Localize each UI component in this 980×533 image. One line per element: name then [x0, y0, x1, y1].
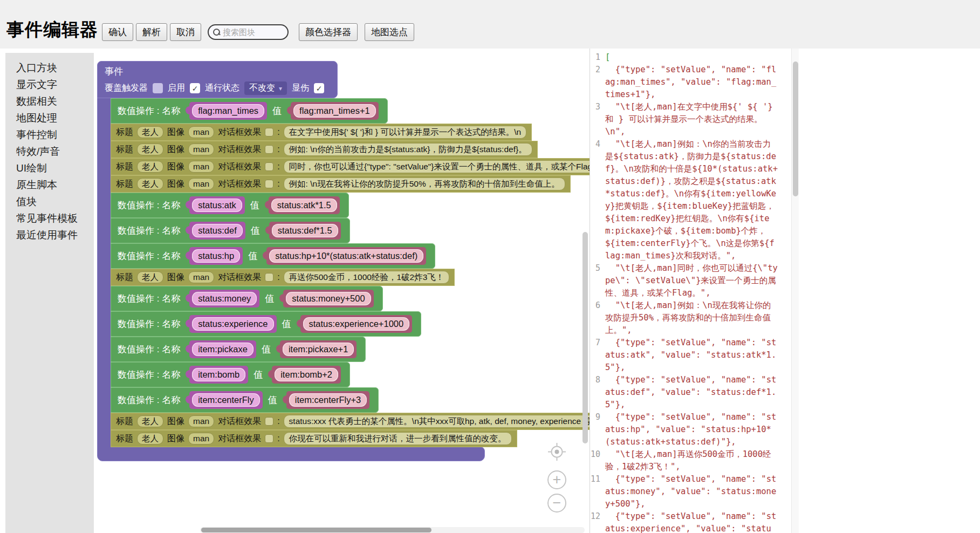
name-pill[interactable]: item:pickaxe — [192, 343, 253, 356]
image-pill[interactable]: man — [188, 126, 214, 138]
show-text-block[interactable]: 标题老人图像man对话框效果:例如: \n现在我将让你的攻防提升50%，再将攻防… — [111, 175, 571, 193]
value-slot[interactable]: status:def*1.5 — [269, 222, 341, 240]
image-pill[interactable]: man — [188, 433, 214, 445]
zoom-in-button[interactable]: + — [547, 470, 566, 489]
name-pill[interactable]: flag:man_times — [192, 104, 264, 118]
name-slot[interactable]: status:money — [189, 290, 259, 308]
speaker-pill[interactable]: 老人 — [137, 433, 163, 445]
name-pill[interactable]: item:centerFly — [192, 393, 260, 407]
set-value-block[interactable]: 数值操作 : 名称status:def值status:def*1.5 — [111, 218, 350, 243]
color-picker-button[interactable]: 颜色选择器 — [299, 23, 358, 41]
sidebar-item-2[interactable]: 显示文字 — [5, 76, 94, 93]
sidebar-item-9[interactable]: 值块 — [5, 193, 94, 210]
set-value-block[interactable]: 数值操作 : 名称status:experience值status:experi… — [111, 311, 421, 337]
dialog-effect-checkbox[interactable] — [265, 128, 273, 136]
dialog-effect-checkbox[interactable] — [265, 417, 273, 426]
value-slot[interactable]: item:bomb+2 — [272, 366, 341, 384]
cancel-button[interactable]: 取消 — [170, 23, 201, 41]
event-block[interactable]: 事件 覆盖触发器 启用 ✓ 通行状态 不改变 ▾ 显伤 ✓ 数值操作 : 名称f… — [97, 61, 590, 461]
search-box[interactable] — [208, 24, 289, 40]
value-pill[interactable]: item:centerFly+3 — [289, 393, 367, 407]
sidebar-item-4[interactable]: 地图处理 — [5, 110, 94, 126]
text-field[interactable]: status:xxx 代表勇士的某个属性。\n其中xxx可取hp, atk, d… — [284, 415, 590, 428]
name-slot[interactable]: item:pickaxe — [189, 340, 256, 358]
value-pill[interactable]: item:bomb+2 — [275, 368, 338, 381]
name-pill[interactable]: status:atk — [192, 199, 242, 212]
show-text-block[interactable]: 标题老人图像man对话框效果:再送你500金币，1000经验，1破2炸3飞！ — [111, 269, 455, 286]
parse-button[interactable]: 解析 — [136, 23, 167, 41]
name-slot[interactable]: status:atk — [189, 196, 245, 214]
code-scrollbar-thumb[interactable] — [793, 62, 798, 196]
sidebar-item-6[interactable]: 特效/声音 — [5, 143, 94, 160]
name-slot[interactable]: status:hp — [189, 247, 243, 265]
workspace-horizontal-scrollbar[interactable] — [200, 527, 585, 533]
override-trigger-checkbox[interactable] — [153, 83, 163, 93]
show-text-block[interactable]: 标题老人图像man对话框效果:同时，你也可以通过{"type": "setVal… — [111, 158, 590, 175]
value-slot[interactable]: status:hp+10*(status:atk+status:def) — [266, 247, 426, 265]
name-pill[interactable]: status:experience — [192, 317, 273, 331]
set-value-block[interactable]: 数值操作 : 名称item:pickaxe值item:pickaxe+1 — [111, 337, 366, 362]
confirm-button[interactable]: 确认 — [102, 23, 133, 41]
value-slot[interactable]: item:centerFly+3 — [286, 391, 369, 409]
name-pill[interactable]: status:money — [192, 292, 257, 305]
search-input[interactable] — [223, 28, 283, 37]
show-text-block[interactable]: 标题老人图像man对话框效果:例如: \n你的当前攻击力是${status:at… — [111, 141, 538, 158]
value-pill[interactable]: status:def*1.5 — [272, 224, 338, 237]
value-slot[interactable]: item:pickaxe+1 — [280, 340, 357, 358]
dialog-effect-checkbox[interactable] — [265, 145, 273, 154]
zoom-reset-button[interactable] — [547, 442, 566, 461]
blockly-workspace[interactable]: 事件 覆盖触发器 启用 ✓ 通行状态 不改变 ▾ 显伤 ✓ 数值操作 : 名称f… — [94, 49, 590, 533]
value-pill[interactable]: flag:man_times+1 — [293, 104, 376, 118]
dialog-effect-checkbox[interactable] — [265, 434, 273, 443]
set-value-block[interactable]: 数值操作 : 名称status:money值status:money+500 — [111, 286, 383, 311]
image-pill[interactable]: man — [188, 161, 214, 173]
set-value-block[interactable]: 数值操作 : 名称status:hp值status:hp+10*(status:… — [111, 243, 435, 269]
show-text-block[interactable]: 标题老人图像man对话框效果:status:xxx 代表勇士的某个属性。\n其中… — [111, 413, 590, 430]
speaker-pill[interactable]: 老人 — [137, 178, 163, 190]
sidebar-item-8[interactable]: 原生脚本 — [5, 176, 94, 193]
set-value-block[interactable]: 数值操作 : 名称flag:man_times值flag:man_times+1 — [111, 98, 388, 124]
show-text-block[interactable]: 标题老人图像man对话框效果:你现在可以重新和我进行对话，进一步看到属性值的改变… — [111, 430, 517, 447]
json-code-editor[interactable]: 1[2 {"type": "setValue", "name": "flag:m… — [590, 49, 791, 533]
image-pill[interactable]: man — [188, 415, 214, 427]
sidebar-item-7[interactable]: UI绘制 — [5, 160, 94, 176]
name-pill[interactable]: status:def — [192, 224, 243, 237]
value-pill[interactable]: item:pickaxe+1 — [283, 343, 354, 356]
text-field[interactable]: 例如: \n你的当前攻击力是${status:atk}，防御力是${status… — [284, 143, 532, 156]
value-slot[interactable]: flag:man_times+1 — [291, 102, 379, 120]
code-panel-scrollbar[interactable] — [791, 49, 799, 533]
dialog-effect-checkbox[interactable] — [265, 180, 273, 188]
name-slot[interactable]: item:centerFly — [189, 391, 263, 409]
name-slot[interactable]: item:bomb — [189, 366, 248, 384]
dialog-effect-checkbox[interactable] — [265, 273, 273, 282]
sidebar-item-3[interactable]: 数据相关 — [5, 93, 94, 110]
text-field[interactable]: 你现在可以重新和我进行对话，进一步看到属性值的改变。 — [284, 432, 512, 445]
damage-checkbox[interactable]: ✓ — [314, 83, 324, 93]
image-pill[interactable]: man — [188, 271, 214, 283]
speaker-pill[interactable]: 老人 — [137, 126, 163, 138]
zoom-out-button[interactable]: − — [547, 494, 566, 512]
name-slot[interactable]: flag:man_times — [189, 102, 267, 120]
text-field[interactable]: 在文字中使用${' ${ '}和 } 可以计算并显示一个表达式的结果。\n — [284, 126, 527, 139]
text-field[interactable]: 再送你500金币，1000经验，1破2炸3飞！ — [284, 271, 450, 284]
dialog-effect-checkbox[interactable] — [265, 162, 273, 171]
value-slot[interactable]: status:atk*1.5 — [269, 196, 340, 214]
event-block-header[interactable]: 事件 覆盖触发器 启用 ✓ 通行状态 不改变 ▾ 显伤 ✓ — [97, 61, 338, 98]
speaker-pill[interactable]: 老人 — [137, 415, 163, 427]
value-pill[interactable]: status:experience+1000 — [303, 317, 410, 331]
workspace-vertical-scrollbar[interactable] — [582, 232, 588, 443]
value-slot[interactable]: status:experience+1000 — [300, 315, 413, 333]
speaker-pill[interactable]: 老人 — [137, 271, 163, 283]
value-pill[interactable]: status:atk*1.5 — [271, 199, 337, 212]
name-slot[interactable]: status:def — [189, 222, 245, 240]
show-text-block[interactable]: 标题老人图像man对话框效果:在文字中使用${' ${ '}和 } 可以计算并显… — [111, 124, 532, 141]
pass-state-dropdown[interactable]: 不改变 ▾ — [244, 81, 287, 95]
set-value-block[interactable]: 数值操作 : 名称item:bomb值item:bomb+2 — [111, 362, 350, 387]
set-value-block[interactable]: 数值操作 : 名称item:centerFly值item:centerFly+3 — [111, 387, 379, 413]
sidebar-item-5[interactable]: 事件控制 — [5, 126, 94, 143]
horizontal-scrollbar-thumb[interactable] — [201, 528, 431, 532]
text-field[interactable]: 同时，你也可以通过{"type": "setValue"}来设置一个勇士的属性、… — [284, 160, 590, 173]
value-slot[interactable]: status:money+500 — [283, 290, 373, 308]
map-pick-button[interactable]: 地图选点 — [365, 23, 414, 41]
text-field[interactable]: 例如: \n现在我将让你的攻防提升50%，再将攻防和的十倍加到生命值上。 — [284, 177, 565, 190]
